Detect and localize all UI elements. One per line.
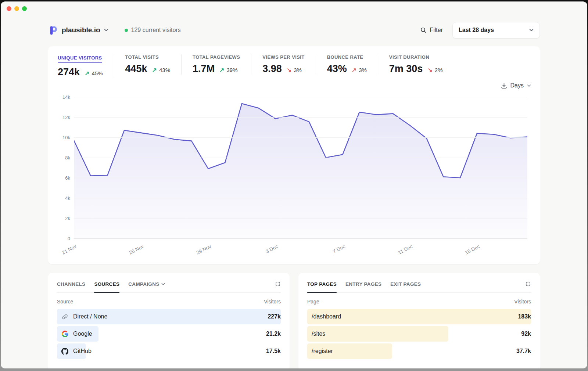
x-axis-tick-label: 7 Dec (324, 244, 346, 259)
tab-top-pages[interactable]: TOP PAGES (307, 281, 337, 287)
y-axis-tick-label: 12k (58, 115, 70, 120)
row-visitors: 183k (518, 313, 531, 320)
y-axis-tick-label: 2k (58, 216, 70, 221)
date-range-select[interactable]: Last 28 days (452, 22, 540, 39)
titlebar (1, 1, 587, 15)
visitors-graph-card: UNIQUE VISITORS274k↗45%TOTAL VISITS445k↗… (48, 46, 540, 264)
gridline (74, 238, 527, 239)
dashboard-header: plausible.io 129 current visitors Filter (48, 21, 540, 39)
row-visitors: 92k (521, 331, 531, 337)
table-row--register[interactable]: /register37.7k (307, 343, 531, 359)
x-axis-tick-label: 3 Dec (257, 244, 279, 259)
minimize-window-button[interactable] (14, 6, 19, 11)
plausible-logo-icon (48, 25, 58, 35)
tab-campaigns[interactable]: CAMPAIGNS (128, 281, 165, 287)
filter-button[interactable]: Filter (420, 27, 443, 33)
pages-card: TOP PAGESENTRY PAGESEXIT PAGES Page Visi… (298, 273, 540, 368)
arrow-up-icon: ↗ (219, 66, 224, 73)
chevron-down-icon (529, 29, 534, 32)
chevron-down-icon (161, 283, 165, 285)
arrow-down-icon: ↘ (427, 66, 432, 73)
tab-sources[interactable]: SOURCES (94, 281, 119, 287)
stat-views-per-visit[interactable]: VIEWS PER VISIT3.98↘3% (251, 54, 316, 75)
row-bar (307, 326, 448, 342)
chevron-down-icon[interactable] (527, 84, 531, 87)
stat-visit-duration[interactable]: VISIT DURATION7m 30s↘2% (378, 54, 454, 75)
interval-select[interactable]: Days (510, 82, 524, 89)
arrow-down-icon: ↘ (287, 66, 291, 73)
table-row--sites[interactable]: /sites92k (307, 326, 531, 342)
y-axis-tick-label: 4k (58, 195, 70, 201)
gridline (74, 198, 527, 198)
google-icon (62, 331, 68, 337)
site-switcher[interactable]: plausible.io (48, 25, 108, 35)
x-axis-tick-label: 29 Nov (190, 244, 212, 259)
table-row-google[interactable]: Google21.2k (57, 326, 281, 342)
tab-channels[interactable]: CHANNELS (57, 281, 85, 287)
link-icon (62, 314, 68, 320)
site-name: plausible.io (62, 26, 100, 34)
y-axis-tick-label: 6k (58, 175, 70, 181)
expand-details-icon[interactable] (275, 281, 281, 287)
download-export-icon[interactable] (501, 83, 507, 89)
gridline (74, 137, 527, 138)
arrow-up-icon: ↗ (85, 70, 89, 77)
row-visitors: 17.5k (266, 348, 281, 354)
app-window: plausible.io 129 current visitors Filter (1, 1, 587, 368)
gridline (74, 117, 527, 118)
table-row-direct-none[interactable]: Direct / None227k (57, 309, 281, 324)
stat-bounce-rate[interactable]: BOUNCE RATE43%↗3% (316, 54, 378, 75)
current-visitors[interactable]: 129 current visitors (125, 27, 181, 33)
visitors-area-chart: 02k4k6k8k10k12k14k21 Nov25 Nov29 Nov3 De… (57, 97, 531, 266)
y-axis-tick-label: 14k (58, 94, 70, 100)
arrow-up-icon: ↗ (152, 66, 157, 73)
y-axis-tick-label: 8k (58, 155, 70, 161)
pages-col-header: Page (307, 299, 319, 305)
visitors-col-header: Visitors (264, 299, 281, 305)
chevron-down-icon (104, 29, 108, 32)
expand-details-icon[interactable] (525, 281, 531, 287)
y-axis-tick-label: 10k (58, 135, 70, 140)
tab-entry-pages[interactable]: ENTRY PAGES (345, 281, 381, 287)
table-row-github[interactable]: GitHub17.5k (57, 343, 281, 359)
chart-series (74, 97, 527, 238)
live-dot-icon (125, 29, 128, 32)
stat-unique-visitors[interactable]: UNIQUE VISITORS274k↗45% (57, 54, 114, 78)
zoom-window-button[interactable] (22, 6, 27, 11)
gridline (74, 158, 527, 158)
arrow-up-icon: ↗ (352, 66, 356, 73)
gridline (74, 218, 527, 219)
stat-total-visits[interactable]: TOTAL VISITS445k↗43% (114, 54, 182, 75)
row-visitors: 21.2k (266, 331, 281, 337)
row-visitors: 37.7k (516, 348, 531, 354)
sources-tabs: CHANNELSSOURCESCAMPAIGNS (57, 281, 281, 293)
x-axis-tick-label: 11 Dec (391, 244, 413, 259)
y-axis-tick-label: 0 (58, 236, 70, 241)
gridline (74, 97, 527, 97)
x-axis-tick-label: 21 Nov (55, 244, 78, 259)
search-icon (420, 27, 427, 33)
sources-card: CHANNELSSOURCESCAMPAIGNS Source Visitors… (48, 273, 290, 368)
x-axis-tick-label: 15 Dec (458, 244, 480, 259)
stat-total-pageviews[interactable]: TOTAL PAGEVIEWS1.7M↗39% (182, 54, 251, 75)
close-window-button[interactable] (7, 6, 11, 11)
x-axis-tick-label: 25 Nov (122, 244, 144, 259)
visitors-col-header: Visitors (514, 299, 531, 305)
gridline (74, 178, 527, 178)
top-stats: UNIQUE VISITORS274k↗45%TOTAL VISITS445k↗… (57, 54, 531, 78)
sources-col-header: Source (57, 299, 73, 305)
table-row--dashboard[interactable]: /dashboard183k (307, 309, 531, 324)
pages-tabs: TOP PAGESENTRY PAGESEXIT PAGES (307, 281, 531, 293)
row-visitors: 227k (268, 313, 281, 320)
github-icon (61, 348, 68, 355)
tab-exit-pages[interactable]: EXIT PAGES (390, 281, 421, 287)
chart-plot-area (74, 97, 527, 238)
